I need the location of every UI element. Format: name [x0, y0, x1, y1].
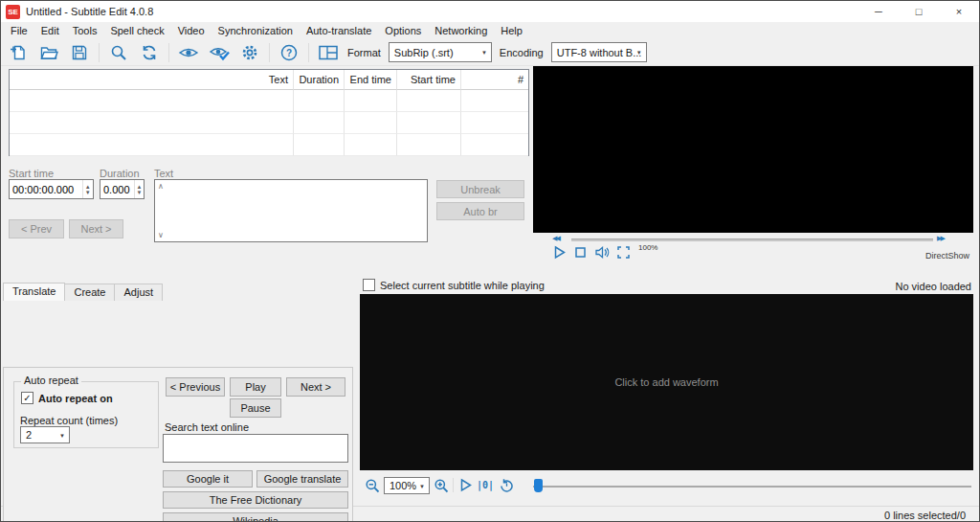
replace-button[interactable]	[138, 41, 161, 64]
open-file-button[interactable]	[37, 41, 60, 64]
new-file-button[interactable]	[7, 41, 30, 64]
subtitle-text-area[interactable]: ∧ ∨	[154, 179, 428, 242]
duration-stepper[interactable]: ▲▼	[100, 179, 145, 199]
column-header-text[interactable]: Text	[10, 70, 293, 90]
auto-repeat-group-title: Auto repeat	[21, 374, 81, 386]
wikipedia-button[interactable]: Wikipedia	[163, 512, 348, 522]
column-header-end-time[interactable]: End time	[344, 70, 396, 90]
repeat-count-combobox[interactable]: 2 ▼	[20, 426, 70, 443]
close-button[interactable]: ×	[939, 1, 979, 22]
waveform-play-button[interactable]	[458, 478, 473, 494]
app-window: SE Untitled - Subtitle Edit 4.0.8 ─ □ × …	[0, 0, 980, 522]
search-online-input[interactable]	[163, 434, 348, 463]
subtitle-list[interactable]: Text Duration End time Start time #	[9, 69, 529, 156]
video-stop-button[interactable]	[573, 245, 588, 261]
tab-adjust[interactable]: Adjust	[114, 284, 163, 301]
waveform-zoom-out-button[interactable]	[365, 478, 380, 495]
playback-speed-button[interactable]	[499, 478, 514, 495]
reload-arrows-icon	[140, 43, 159, 62]
video-display[interactable]	[533, 66, 973, 233]
waveform-position-marker[interactable]	[534, 479, 543, 492]
spinner-arrows[interactable]: ▲▼	[134, 180, 144, 198]
zoom-out-icon	[365, 478, 380, 493]
prev-subtitle-button[interactable]: < Prev	[9, 219, 64, 238]
auto-repeat-group: Auto repeat ✓ Auto repeat on Repeat coun…	[13, 381, 159, 448]
video-play-button[interactable]	[552, 245, 567, 261]
google-translate-button[interactable]: Google translate	[256, 470, 348, 488]
maximize-button[interactable]: □	[899, 1, 939, 22]
layout-button[interactable]	[317, 41, 340, 64]
table-cell	[396, 134, 460, 156]
scroll-up-icon[interactable]: ∧	[158, 182, 164, 191]
format-value: SubRip (.srt)	[394, 47, 454, 58]
menu-spell-check[interactable]: Spell check	[103, 23, 170, 38]
search-icon	[109, 43, 128, 62]
menu-edit[interactable]: Edit	[34, 23, 66, 38]
lines-selected-status: 0 lines selected/0	[884, 510, 966, 521]
chevron-down-icon: ▼	[59, 433, 65, 439]
visual-sync-button[interactable]	[177, 41, 200, 64]
waveform-scroll-track[interactable]	[533, 486, 971, 488]
table-cell	[293, 112, 344, 134]
repeat-count-label: Repeat count (times)	[20, 415, 118, 426]
menu-tools[interactable]: Tools	[66, 23, 104, 38]
auto-repeat-checkbox[interactable]: ✓	[21, 392, 33, 404]
google-it-button[interactable]: Google it	[163, 470, 253, 488]
spin-down-icon[interactable]: ▼	[85, 190, 91, 195]
tab-create[interactable]: Create	[64, 284, 115, 301]
video-seek-bar[interactable]	[571, 238, 933, 241]
column-header-start-time[interactable]: Start time	[396, 70, 460, 90]
tab-translate[interactable]: Translate	[3, 283, 65, 301]
fullscreen-button[interactable]	[616, 245, 631, 261]
waveform-zoom-combobox[interactable]: 100% ▼	[384, 477, 430, 494]
reset-position-button[interactable]: |0|	[477, 480, 494, 490]
column-header-number[interactable]: #	[460, 70, 528, 90]
encoding-combobox[interactable]: UTF-8 without B... ▼	[551, 42, 647, 62]
play-button[interactable]: Play	[230, 377, 281, 397]
start-time-input[interactable]	[10, 180, 82, 198]
auto-br-button[interactable]: Auto br	[436, 202, 524, 220]
free-dictionary-button[interactable]: The Free Dictionary	[163, 491, 348, 509]
minimize-button[interactable]: ─	[858, 1, 899, 22]
menu-networking[interactable]: Networking	[428, 23, 494, 38]
duration-input[interactable]	[100, 180, 134, 198]
auto-repeat-checkbox-label: Auto repeat on	[38, 393, 113, 404]
seek-forward-icon[interactable]: ▶▶	[937, 235, 944, 242]
speed-icon	[499, 478, 514, 493]
waveform-zoom-in-button[interactable]	[434, 478, 449, 495]
eye-check-icon	[209, 43, 230, 62]
find-button[interactable]	[107, 41, 130, 64]
spin-down-icon[interactable]: ▼	[137, 190, 143, 195]
repeat-count-value: 2	[26, 429, 32, 441]
menu-file[interactable]: File	[4, 23, 34, 38]
column-header-duration[interactable]: Duration	[293, 70, 344, 90]
save-button[interactable]	[68, 41, 91, 64]
seek-back-icon[interactable]: ◀◀	[552, 235, 559, 242]
previous-button[interactable]: < Previous	[166, 377, 225, 397]
select-current-subtitle-checkbox[interactable]	[363, 279, 375, 291]
menu-auto-translate[interactable]: Auto-translate	[300, 23, 378, 38]
scroll-down-icon[interactable]: ∨	[158, 231, 164, 239]
spell-check-button[interactable]	[208, 41, 231, 64]
waveform-zoom-value: 100%	[390, 480, 416, 491]
next-subtitle-button[interactable]: Next >	[69, 219, 123, 238]
waveform-placeholder: Click to add waveform	[614, 376, 718, 388]
format-combobox[interactable]: SubRip (.srt) ▼	[389, 42, 492, 62]
auto-repeat-checkbox-row[interactable]: ✓ Auto repeat on	[21, 392, 113, 404]
next-button[interactable]: Next >	[286, 377, 345, 397]
select-current-subtitle-row[interactable]: Select current subtitle while playing	[363, 279, 545, 291]
waveform-display[interactable]: Click to add waveform	[360, 294, 973, 470]
start-time-stepper[interactable]: ▲▼	[9, 179, 94, 199]
unbreak-button[interactable]: Unbreak	[436, 180, 524, 198]
menu-help[interactable]: Help	[494, 23, 529, 38]
toolbar-separator	[99, 43, 100, 62]
menu-options[interactable]: Options	[378, 23, 428, 38]
menu-synchronization[interactable]: Synchronization	[212, 23, 300, 38]
pause-button[interactable]: Pause	[230, 398, 281, 418]
settings-button[interactable]	[238, 41, 261, 64]
translate-panel: Auto repeat ✓ Auto repeat on Repeat coun…	[3, 367, 353, 522]
menu-video[interactable]: Video	[171, 23, 212, 38]
help-button[interactable]: ?	[278, 41, 301, 64]
spinner-arrows[interactable]: ▲▼	[82, 180, 93, 198]
mute-button[interactable]	[594, 245, 611, 261]
